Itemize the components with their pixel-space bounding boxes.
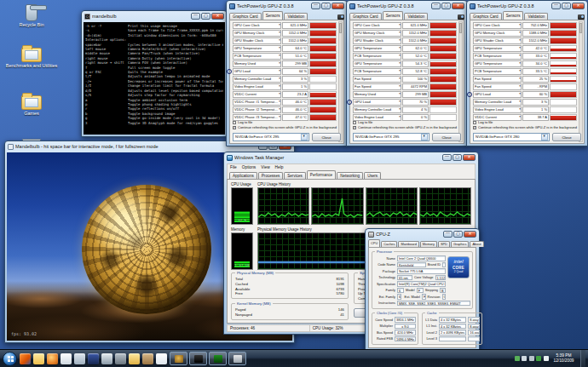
minimize-button[interactable] [191, 13, 200, 20]
refresh-row[interactable]: Continue refreshing this screen while GP… [233, 125, 341, 130]
maximize-button[interactable] [453, 231, 463, 238]
taskbar-pinned-icon[interactable] [142, 353, 153, 364]
desktop-icon-benchmarks[interactable]: Benchmarks and Utilities [3, 44, 60, 69]
gpuz-window-3[interactable]: TechPowerUp GPU-Z 0.3.8 Graphics Card Se… [466, 0, 588, 146]
show-desktop-button[interactable] [580, 350, 585, 367]
taskbar-window-button[interactable] [170, 352, 187, 365]
gpu-selector[interactable]: NVIDIA GeForce GTX 295 [353, 133, 429, 141]
sensor-name-dropdown[interactable]: PCB Temperature [473, 68, 522, 75]
maximize-button[interactable] [321, 3, 331, 9]
taskbar-pinned-icon[interactable] [129, 353, 140, 364]
gpuz-titlebar[interactable]: TechPowerUp GPU-Z 0.3.8 [467, 1, 587, 11]
taskbar-pinned-icon[interactable] [33, 353, 44, 364]
maximize-button[interactable] [453, 154, 462, 161]
tab-mainboard[interactable]: Mainboard [398, 241, 418, 247]
sensor-name-dropdown[interactable]: GPU Load [473, 91, 522, 98]
sensor-name-dropdown[interactable]: PCB Temperature [473, 53, 522, 60]
sensor-name-dropdown[interactable]: Video Engine Load [473, 106, 522, 113]
sensor-name-dropdown[interactable]: GPU Shader Clock [473, 37, 522, 44]
sensor-name-dropdown[interactable]: GPU Core Clock [353, 22, 401, 29]
sensor-name-dropdown[interactable]: VDDC Current [233, 91, 281, 98]
tab-services[interactable]: Services [284, 172, 306, 179]
console-titlebar[interactable]: mandelbulb [82, 11, 227, 21]
gpu-selector[interactable]: NVIDIA GeForce GTX 280 [473, 133, 550, 141]
refresh-row[interactable]: Continue refreshing this screen while GP… [473, 125, 581, 130]
tab-validation[interactable]: Validation [524, 13, 548, 20]
sensor-name-dropdown[interactable]: VDDC Phase #2 Temperat… [233, 106, 281, 113]
chevron-down-icon[interactable] [301, 134, 308, 140]
tab-validation[interactable]: Validation [404, 13, 428, 20]
tab-cpu[interactable]: CPU [368, 239, 380, 247]
taskbar-window-button[interactable] [189, 352, 207, 365]
taskbar-pinned-icon[interactable] [115, 353, 126, 364]
sensor-name-dropdown[interactable]: GPU Temperature [233, 45, 281, 52]
sensor-name-dropdown[interactable]: GPU Memory Clock [233, 30, 281, 37]
maximize-button[interactable] [441, 3, 451, 9]
close-button[interactable] [211, 13, 224, 20]
sensor-name-dropdown[interactable]: GPU Core Clock [233, 22, 281, 29]
close-button[interactable] [572, 3, 585, 9]
sensor-name-dropdown[interactable]: GPU Load [233, 68, 281, 75]
tab-memory[interactable]: Memory [420, 241, 437, 247]
maximize-button[interactable] [562, 3, 571, 9]
cpuz-titlebar[interactable]: CPU-Z [366, 229, 479, 239]
refresh-checkbox[interactable] [473, 126, 476, 129]
minimize-button[interactable] [431, 3, 441, 9]
gpuz-titlebar[interactable]: TechPowerUp GPU-Z 0.3.8 [347, 1, 467, 11]
log-checkbox[interactable] [353, 121, 356, 124]
taskbar-window-button[interactable] [209, 352, 227, 365]
sensor-name-dropdown[interactable]: Video Engine Load [233, 83, 281, 90]
refresh-checkbox[interactable] [353, 126, 356, 129]
tab-graphics-card[interactable]: Graphics Card [470, 13, 502, 20]
sensor-name-dropdown[interactable]: Memory Used [353, 91, 401, 98]
chevron-down-icon[interactable] [421, 134, 428, 140]
refresh-checkbox[interactable] [233, 126, 236, 129]
tab-graphics[interactable]: Graphics [451, 241, 470, 247]
tab-caches[interactable]: Caches [381, 241, 397, 247]
tray-icon[interactable] [522, 356, 527, 361]
log-checkbox[interactable] [233, 121, 236, 124]
gpuz-titlebar[interactable]: TechPowerUp GPU-Z 0.3.8 [227, 1, 347, 11]
tray-icon[interactable] [529, 356, 534, 361]
close-button[interactable] [464, 231, 476, 238]
tray-icon[interactable] [536, 356, 541, 361]
sensor-name-dropdown[interactable]: GPU Memory Clock [353, 30, 401, 37]
sensor-name-dropdown[interactable]: Memory Controller Load [233, 76, 281, 83]
tab-sensors[interactable]: Sensors [262, 11, 284, 20]
minimize-button[interactable] [442, 154, 452, 161]
close-button[interactable] [463, 154, 476, 161]
tab-performance[interactable]: Performance [307, 170, 336, 179]
tab-graphics-card[interactable]: Graphics Card [229, 13, 262, 20]
taskbar-pinned-icon[interactable] [88, 353, 99, 364]
sensor-name-dropdown[interactable]: GPU Temperature [473, 45, 522, 52]
sensor-name-dropdown[interactable]: GPU Temperature [473, 60, 522, 67]
minimize-button[interactable] [443, 231, 453, 238]
gpuz-window-1[interactable]: TechPowerUp GPU-Z 0.3.8 Graphics Card Se… [226, 0, 348, 146]
sensor-name-dropdown[interactable]: GPU Core Clock [473, 22, 522, 29]
sensor-name-dropdown[interactable]: Memory Used [233, 60, 281, 67]
tab-spd[interactable]: SPD [438, 241, 450, 247]
sensor-name-dropdown[interactable]: PCB Temperature [353, 68, 401, 75]
close-button[interactable] [452, 3, 464, 9]
tab-validation[interactable]: Validation [284, 13, 308, 20]
taskbar-pinned-icon[interactable] [156, 353, 167, 364]
taskbar-pinned-icon[interactable] [61, 353, 72, 364]
cpuz-window[interactable]: CPU-Z CPU Caches Mainboard Memory SPD Gr… [365, 228, 480, 351]
tab-about[interactable]: About [470, 241, 483, 247]
close-dialog-button[interactable]: Close [312, 133, 341, 141]
sensor-name-dropdown[interactable]: Fan Speed [473, 76, 522, 83]
minimize-button[interactable] [311, 3, 320, 9]
desktop-icon-games[interactable]: Games [3, 92, 60, 117]
close-dialog-button[interactable]: Close [432, 133, 461, 141]
sensor-name-dropdown[interactable]: GPU Load [353, 99, 401, 106]
sensor-name-dropdown[interactable]: Memory Controller Load [473, 99, 522, 106]
sensor-name-dropdown[interactable]: GPU Temperature [353, 60, 401, 67]
desktop-icon-recycle-bin[interactable]: Recycle Bin [3, 3, 60, 28]
sensor-name-dropdown[interactable]: Fan Speed [353, 83, 401, 90]
sensor-name-dropdown[interactable]: PCB Temperature [233, 53, 281, 60]
start-button[interactable] [3, 352, 17, 366]
taskbar-pinned-icon[interactable] [47, 353, 58, 364]
tray-icon[interactable] [544, 356, 549, 361]
sensor-name-dropdown[interactable]: GPU Memory Clock [473, 30, 522, 37]
tab-graphics-card[interactable]: Graphics Card [349, 13, 382, 20]
